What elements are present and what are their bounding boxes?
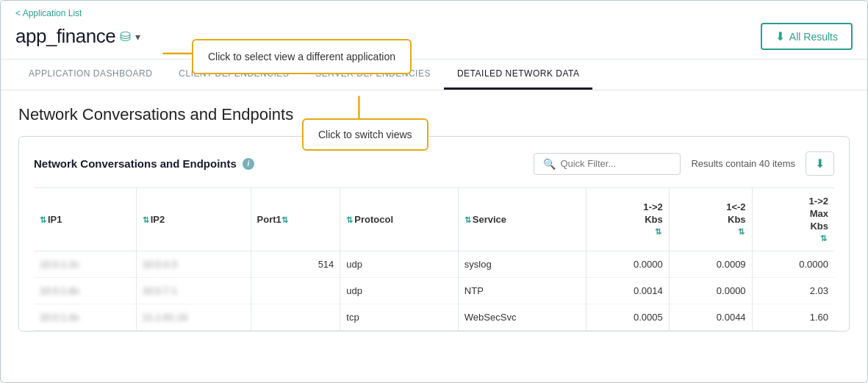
tab-bar: APPLICATION DASHBOARD CLIENT DEPENDENCIE… bbox=[1, 60, 867, 90]
search-icon: 🔍 bbox=[543, 158, 556, 170]
cell-service-1: NTP bbox=[458, 277, 586, 304]
sort-icon-maxkbs: ⇅ bbox=[758, 233, 827, 243]
main-window: Application List app_finance ⛁ ▾ ⬇ All R… bbox=[0, 0, 868, 383]
cell-max-2: 1.60 bbox=[752, 304, 834, 330]
app-title-row: app_finance ⛁ ▾ ⬇ All Results bbox=[15, 23, 853, 50]
cell-kbs21-0: 0.0009 bbox=[669, 251, 752, 277]
cell-ip2-0: 10.0.4.3 bbox=[136, 251, 251, 277]
sort-icon-ip2: ⇅ bbox=[143, 215, 149, 224]
col-header-kbs12[interactable]: 1->2Kbs⇅ bbox=[586, 188, 669, 251]
table-header: Network Conversations and Endpoints i 🔍 … bbox=[34, 151, 834, 176]
app-network-icon: ⛁ bbox=[120, 29, 131, 45]
page-title: Network Conversations and Endpoints bbox=[18, 105, 850, 124]
table-row: 10.0.1.4x 11.1.61.14 tcp WebSecSvc 0.000… bbox=[34, 304, 834, 330]
app-title: app_finance bbox=[15, 25, 115, 48]
cell-protocol-2: tcp bbox=[340, 304, 458, 330]
search-input[interactable] bbox=[560, 158, 671, 169]
cell-ip1-0: 10.0.1.2x bbox=[34, 251, 136, 277]
table-card: Network Conversations and Endpoints i 🔍 … bbox=[18, 136, 850, 332]
sort-icon-kbs12: ⇅ bbox=[592, 226, 661, 237]
col-header-protocol[interactable]: ⇅Protocol bbox=[340, 188, 458, 251]
download-icon: ⬇ bbox=[775, 29, 785, 43]
cell-port1-2 bbox=[251, 304, 340, 330]
col-header-ip1[interactable]: ⇅IP1 bbox=[34, 188, 136, 251]
sort-icon-service: ⇅ bbox=[465, 215, 471, 224]
cell-port1-0: 514 bbox=[251, 251, 340, 277]
table-row: 10.0.1.2x 10.0.4.3 514 udp syslog 0.0000… bbox=[34, 251, 834, 277]
cell-protocol-0: udp bbox=[340, 251, 458, 277]
callout-switch-views: Click to switch views bbox=[302, 118, 428, 151]
col-header-ip2[interactable]: ⇅IP2 bbox=[136, 188, 251, 251]
cell-kbs21-2: 0.0044 bbox=[669, 304, 752, 330]
cell-ip1-1: 10.0.1.8x bbox=[34, 277, 136, 304]
tab-detailed-network-data[interactable]: DETAILED NETWORK DATA bbox=[444, 60, 593, 90]
cell-kbs12-2: 0.0005 bbox=[586, 304, 669, 330]
cell-ip1-2: 10.0.1.4x bbox=[34, 304, 136, 330]
sort-icon-ip1: ⇅ bbox=[40, 215, 46, 224]
cell-service-2: WebSecSvc bbox=[458, 304, 586, 330]
dropdown-arrow-icon[interactable]: ▾ bbox=[135, 31, 140, 43]
info-icon[interactable]: i bbox=[243, 158, 254, 170]
all-results-button[interactable]: ⬇ All Results bbox=[761, 23, 853, 50]
cell-service-0: syslog bbox=[458, 251, 586, 277]
sort-icon-protocol: ⇅ bbox=[346, 215, 353, 224]
cell-kbs21-1: 0.0000 bbox=[669, 277, 752, 304]
col-header-maxkbs[interactable]: 1->2MaxKbs⇅ bbox=[752, 188, 834, 251]
download-button[interactable]: ⬇ bbox=[806, 151, 834, 176]
table-title: Network Conversations and Endpoints i bbox=[34, 157, 254, 170]
table-controls: 🔍 Results contain 40 items ⬇ bbox=[534, 151, 834, 176]
cell-ip2-1: 10.0.7.1 bbox=[136, 277, 251, 304]
col-header-kbs21[interactable]: 1<-2Kbs⇅ bbox=[669, 188, 752, 251]
top-bar: Application List app_finance ⛁ ▾ ⬇ All R… bbox=[1, 1, 867, 60]
cell-max-1: 2.03 bbox=[752, 277, 834, 304]
data-table: ⇅IP1 ⇅IP2 Port1⇅ ⇅Protocol ⇅Service bbox=[34, 187, 834, 331]
results-count: Results contain 40 items bbox=[691, 158, 795, 169]
cell-ip2-2: 11.1.61.14 bbox=[136, 304, 251, 330]
callout-app-selection: Click to select view a different applica… bbox=[192, 39, 412, 74]
cell-port1-1 bbox=[251, 277, 340, 304]
tab-application-dashboard[interactable]: APPLICATION DASHBOARD bbox=[15, 60, 165, 90]
search-box: 🔍 bbox=[534, 153, 681, 175]
cell-protocol-1: udp bbox=[340, 277, 458, 304]
app-title-left: app_finance ⛁ ▾ bbox=[15, 25, 140, 48]
sort-icon-kbs21: ⇅ bbox=[675, 226, 745, 237]
breadcrumb[interactable]: Application List bbox=[15, 8, 853, 18]
page-content: Network Conversations and Endpoints Netw… bbox=[1, 90, 867, 346]
cell-kbs12-0: 0.0000 bbox=[586, 251, 669, 277]
cell-max-0: 0.0000 bbox=[752, 251, 834, 277]
col-header-service[interactable]: ⇅Service bbox=[458, 188, 586, 251]
table-row: 10.0.1.8x 10.0.7.1 udp NTP 0.0014 0.0000… bbox=[34, 277, 834, 304]
sort-icon-port1: ⇅ bbox=[281, 215, 288, 224]
col-header-port1[interactable]: Port1⇅ bbox=[251, 188, 340, 251]
cell-kbs12-1: 0.0014 bbox=[586, 277, 669, 304]
